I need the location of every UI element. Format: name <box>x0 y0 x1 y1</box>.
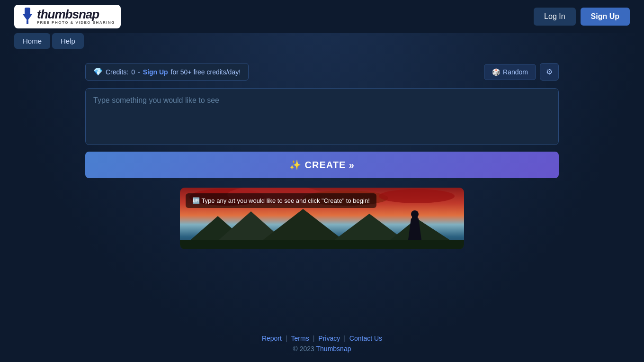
footer-links: Report | Terms | Privacy | Contact Us <box>9 335 635 342</box>
header-buttons: Log In Sign Up <box>534 8 630 26</box>
prompt-input[interactable] <box>85 88 559 145</box>
nav-help[interactable]: Help <box>52 33 84 49</box>
main-content: 💎 Credits: 0 - Sign Up for 50+ free cred… <box>0 54 644 325</box>
footer-sep-3: | <box>344 335 346 342</box>
create-button[interactable]: ✨ CREATE » <box>85 152 559 178</box>
random-label: Random <box>503 68 528 76</box>
footer-terms-link[interactable]: Terms <box>291 335 309 342</box>
footer-report-link[interactable]: Report <box>262 335 282 342</box>
footer-sep-1: | <box>286 335 287 342</box>
footer-privacy-link[interactable]: Privacy <box>318 335 340 342</box>
svg-rect-2 <box>27 20 28 24</box>
gear-icon: ⚙ <box>546 68 553 76</box>
credits-signup-link[interactable]: Sign Up <box>143 68 168 76</box>
copyright-text: © 2023 <box>293 345 316 353</box>
logo-icon <box>20 8 35 26</box>
nav: Home Help <box>0 33 644 54</box>
header: thumbsnap FREE PHOTO & VIDEO SHARING Log… <box>0 0 644 33</box>
logo-text: thumbsnap <box>37 8 115 20</box>
credits-amount: 0 <box>131 68 135 76</box>
random-icon: 🎲 <box>492 68 500 76</box>
svg-rect-13 <box>180 240 464 249</box>
credits-suffix: for 50+ free credits/day! <box>171 68 241 76</box>
credits-bar: 💎 Credits: 0 - Sign Up for 50+ free cred… <box>85 63 559 81</box>
svg-point-15 <box>411 210 419 218</box>
credits-sep: - <box>138 68 140 76</box>
footer-brand-link[interactable]: Thumbsnap <box>316 345 351 353</box>
footer: Report | Terms | Privacy | Contact Us © … <box>0 325 644 362</box>
signup-button[interactable]: Sign Up <box>581 8 630 26</box>
preview-container: 🆙 Type any art you would like to see and… <box>180 188 464 249</box>
footer-copyright: © 2023 Thumbsnap <box>9 345 635 353</box>
random-button[interactable]: 🎲 Random <box>484 64 536 80</box>
footer-sep-2: | <box>313 335 315 342</box>
preview-hint: 🆙 Type any art you would like to see and… <box>186 193 376 208</box>
logo-box: thumbsnap FREE PHOTO & VIDEO SHARING <box>14 5 121 28</box>
credits-right: 🎲 Random ⚙ <box>484 63 559 81</box>
settings-button[interactable]: ⚙ <box>540 63 559 81</box>
diamond-icon: 💎 <box>93 67 103 76</box>
svg-marker-1 <box>23 14 32 21</box>
preview-image: 🆙 Type any art you would like to see and… <box>180 188 464 249</box>
hint-text: 🆙 Type any art you would like to see and… <box>192 197 370 204</box>
footer-contact-link[interactable]: Contact Us <box>349 335 382 342</box>
nav-home[interactable]: Home <box>14 33 50 49</box>
login-button[interactable]: Log In <box>534 8 575 26</box>
logo-area: thumbsnap FREE PHOTO & VIDEO SHARING <box>14 5 121 28</box>
logo-sub: FREE PHOTO & VIDEO SHARING <box>37 20 115 25</box>
credits-badge: 💎 Credits: 0 - Sign Up for 50+ free cred… <box>85 63 249 81</box>
svg-point-7 <box>379 189 455 203</box>
credits-prefix: Credits: <box>106 68 128 76</box>
